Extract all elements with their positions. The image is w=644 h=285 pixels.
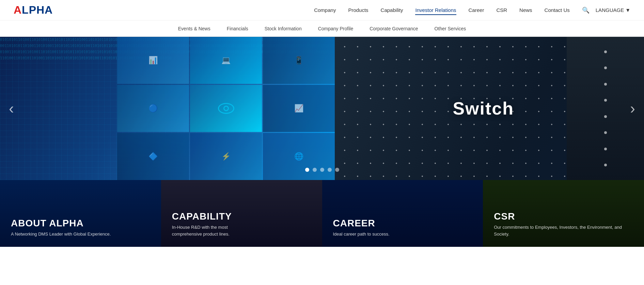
nav-link-company[interactable]: Company xyxy=(314,7,336,13)
screen-cell-9: 🌐 xyxy=(263,133,335,180)
nav-link-news[interactable]: News xyxy=(519,7,532,13)
sub-navigation: Events & News Financials Stock Informati… xyxy=(0,20,644,37)
screen-cell-1: 📊 xyxy=(117,37,189,84)
nav-link-csr[interactable]: CSR xyxy=(496,7,507,13)
screen-cell-5 xyxy=(190,85,262,132)
section-capability-desc: In-House R&D with the mostcomprehensive … xyxy=(172,224,311,237)
panel-dot-8 xyxy=(604,164,607,166)
nav-item-products[interactable]: Products xyxy=(348,7,368,13)
language-selector[interactable]: LANGUAGE ▼ xyxy=(596,7,630,13)
slider-prev-button[interactable]: ‹ xyxy=(5,97,17,119)
subnav-company-profile[interactable]: Company Profile xyxy=(318,21,354,36)
logo-red-a: A xyxy=(14,4,22,16)
section-csr-desc: Our commitments to Employees, Investors,… xyxy=(494,224,633,237)
screen-cell-icon-4: 🔵 xyxy=(148,104,158,113)
panel-dot-1 xyxy=(604,50,607,53)
main-nav-links: Company Products Capability Investor Rel… xyxy=(314,7,570,13)
nav-item-investor-relations[interactable]: Investor Relations xyxy=(415,7,456,13)
hero-right-panel: Switch xyxy=(335,37,644,180)
nav-item-contact-us[interactable]: Contact Us xyxy=(545,7,570,13)
screen-cell-icon-7: 🔷 xyxy=(148,152,158,161)
screen-cell-8: ⚡ xyxy=(190,133,262,180)
panel-dot-5 xyxy=(604,115,607,118)
section-about-title: ABOUT ALPHA xyxy=(11,218,150,229)
panel-dot-6 xyxy=(604,131,607,134)
panel-dot-2 xyxy=(604,66,607,69)
hero-slider: 0101010110100110101001101010110101010011… xyxy=(0,37,644,180)
logo-text: ALPHA xyxy=(14,4,53,16)
panel-dot-4 xyxy=(604,99,607,102)
slider-next-button[interactable]: › xyxy=(627,97,639,119)
panel-dot-3 xyxy=(604,83,607,86)
slider-dot-indicators xyxy=(305,168,339,172)
screen-cell-2: 💻 xyxy=(190,37,262,84)
subnav-events-news[interactable]: Events & News xyxy=(178,21,210,36)
section-capability[interactable]: CAPABILITY In-House R&D with the mostcom… xyxy=(161,180,322,247)
section-career-title: CAREER xyxy=(333,218,472,229)
subnav-other-services[interactable]: Other Services xyxy=(435,21,466,36)
hero-left-panel: 0101010110100110101001101010110101010011… xyxy=(0,37,335,180)
slider-dot-2[interactable] xyxy=(313,168,317,172)
screen-cell-7: 🔷 xyxy=(117,133,189,180)
section-csr-title: CSR xyxy=(494,211,633,222)
hero-content: 0101010110100110101001101010110101010011… xyxy=(0,37,644,180)
nav-right-controls: 🔍 LANGUAGE ▼ xyxy=(582,6,630,14)
screen-cell-icon-9: 🌐 xyxy=(294,152,303,161)
nav-item-csr[interactable]: CSR xyxy=(496,7,507,13)
search-icon: 🔍 xyxy=(582,7,590,14)
subnav-corporate-governance[interactable]: Corporate Governance xyxy=(370,21,418,36)
nav-item-career[interactable]: Career xyxy=(469,7,484,13)
logo[interactable]: ALPHA xyxy=(14,4,53,16)
section-capability-title: CAPABILITY xyxy=(172,211,311,222)
slider-dot-3[interactable] xyxy=(320,168,324,172)
section-csr[interactable]: CSR Our commitments to Employees, Invest… xyxy=(483,180,644,247)
nav-item-company[interactable]: Company xyxy=(314,7,336,13)
nav-link-career[interactable]: Career xyxy=(469,7,484,13)
nav-link-contact-us[interactable]: Contact Us xyxy=(545,7,570,13)
screen-cell-6: 📈 xyxy=(263,85,335,132)
slider-dot-1[interactable] xyxy=(305,168,309,172)
search-button[interactable]: 🔍 xyxy=(582,6,590,14)
subnav-financials[interactable]: Financials xyxy=(227,21,248,36)
screen-cell-icon-8: ⚡ xyxy=(221,152,231,161)
slider-dot-5[interactable] xyxy=(335,168,339,172)
section-career[interactable]: CAREER Ideal career path to success. xyxy=(322,180,483,247)
logo-lpha: LPHA xyxy=(22,4,53,16)
infinity-icon xyxy=(218,103,234,114)
section-about-alpha[interactable]: ABOUT ALPHA A Networking DMS Leader with… xyxy=(0,180,161,247)
top-navigation: ALPHA Company Products Capability Invest… xyxy=(0,0,644,20)
nav-link-products[interactable]: Products xyxy=(348,7,368,13)
screen-grid: 📊 💻 📱 🔵 📈 xyxy=(117,37,335,180)
nav-item-capability[interactable]: Capability xyxy=(381,7,403,13)
section-career-desc: Ideal career path to success. xyxy=(333,231,472,238)
chevron-down-icon: ▼ xyxy=(625,7,630,13)
nav-item-news[interactable]: News xyxy=(519,7,532,13)
nav-link-investor-relations[interactable]: Investor Relations xyxy=(415,7,456,15)
screen-cell-icon-2: 💻 xyxy=(221,56,231,65)
slider-dot-4[interactable] xyxy=(328,168,332,172)
screen-cell-3: 📱 xyxy=(263,37,335,84)
section-about-desc: A Networking DMS Leader with Global Expe… xyxy=(11,231,150,238)
subnav-stock-information[interactable]: Stock Information xyxy=(265,21,302,36)
bottom-sections: ABOUT ALPHA A Networking DMS Leader with… xyxy=(0,180,644,247)
panel-dot-7 xyxy=(604,148,607,150)
nav-link-capability[interactable]: Capability xyxy=(381,7,403,13)
hero-switch-label: Switch xyxy=(453,98,514,119)
screen-cell-4: 🔵 xyxy=(117,85,189,132)
screen-cell-icon-3: 📱 xyxy=(294,56,303,65)
screen-cell-icon-1: 📊 xyxy=(148,56,158,65)
screen-cell-icon-6: 📈 xyxy=(294,104,303,113)
language-label: LANGUAGE xyxy=(596,7,624,13)
